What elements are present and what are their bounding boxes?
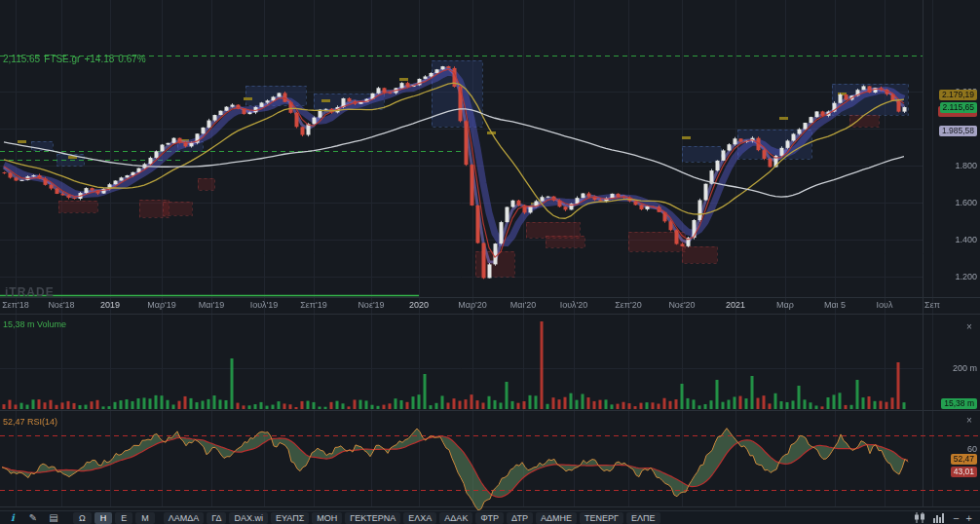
platform-watermark: iTRADE <box>5 285 55 299</box>
time-tick-label: Ιουλ'19 <box>250 300 279 310</box>
timeframe-group: ΩΗΕΜ <box>73 512 155 524</box>
price-badge: 2.115,65 <box>940 102 977 113</box>
symbol-shortcut-group: ΛΑΜΔΑΓΔDAX.wiΕΥΑΠΣΜΟΗΓΕΚΤΕΡΝΑΕΛΧΑΑΔΑΚΦΤΡ… <box>164 512 660 524</box>
toolbar-right-group: − + <box>914 512 976 524</box>
time-tick-label: Ιουλ'20 <box>560 300 588 310</box>
time-tick-label: Μαι'19 <box>199 300 224 310</box>
watchlist-icon[interactable]: ▤ <box>45 512 62 524</box>
symbol-button-ΕΥΑΠΣ[interactable]: ΕΥΑΠΣ <box>271 512 309 524</box>
symbol-button-ΤΕΝΕΡΓ[interactable]: ΤΕΝΕΡΓ <box>580 512 623 524</box>
legend-change: +14.18 <box>84 54 114 64</box>
time-tick-label: Ιουλ <box>877 300 893 310</box>
bottom-toolbar: i ✎ ▤ ΩΗΕΜ ΛΑΜΔΑΓΔDAX.wiΕΥΑΠΣΜΟΗΓΕΚΤΕΡΝΑ… <box>0 510 980 524</box>
rsi-badge: 52,47 <box>951 454 977 465</box>
time-tick-label: Σεπ'20 <box>615 300 642 310</box>
volume-close-icon[interactable]: × <box>964 322 974 332</box>
timeframe-button-Ω[interactable]: Ω <box>73 512 92 524</box>
time-tick-label: Σεπ <box>924 300 940 310</box>
draw-icon[interactable]: ✎ <box>24 512 42 524</box>
symbol-button-ΛΑΜΔΑ[interactable]: ΛΑΜΔΑ <box>164 512 205 524</box>
info-icon[interactable]: i <box>4 512 21 524</box>
time-tick-label: Σεπ'18 <box>2 300 29 310</box>
symbol-button-ΕΛΧΑ[interactable]: ΕΛΧΑ <box>403 512 436 524</box>
volume-tick-label: 200 m <box>953 363 977 374</box>
price-tick-label: 1.600 <box>955 198 977 208</box>
legend-price: 2,115.65 <box>3 54 40 64</box>
trading-app: 2,115.65FTSE.gr+14.180.67% iTRADE 15,38 … <box>0 0 980 524</box>
zoom-in-button[interactable]: + <box>966 512 972 524</box>
zoom-out-button[interactable]: − <box>953 512 959 524</box>
rsi-tick-label: 60 <box>967 444 977 455</box>
legend-change-pct: 0.67% <box>118 54 145 64</box>
symbol-button-ΑΔΜΗΕ[interactable]: ΑΔΜΗΕ <box>536 512 577 524</box>
legend-symbol: FTSE.gr <box>44 54 80 64</box>
time-tick-label: Νοε'18 <box>48 300 74 310</box>
symbol-button-ΔΤΡ[interactable]: ΔΤΡ <box>507 512 533 524</box>
histogram-icon[interactable] <box>933 512 946 523</box>
time-tick-label: Μαρ <box>776 300 794 310</box>
volume-legend[interactable]: 15,38 m Volume <box>3 319 66 329</box>
time-tick-label: Μαι 5 <box>824 300 846 310</box>
rsi-badge: 43,01 <box>951 467 977 477</box>
rsi-legend[interactable]: 52,47 RSI(14) <box>3 417 57 427</box>
symbol-button-ΑΔΑΚ[interactable]: ΑΔΑΚ <box>439 512 472 524</box>
symbol-legend[interactable]: 2,115.65FTSE.gr+14.180.67% <box>3 54 150 64</box>
price-badge: 1.985,58 <box>939 126 977 136</box>
rsi-close-icon[interactable]: × <box>964 416 974 426</box>
time-tick-label: Μαρ'19 <box>147 300 176 310</box>
time-tick-label: 2020 <box>409 300 429 310</box>
time-tick-label: Μαι'20 <box>510 300 536 310</box>
time-tick-label: 2021 <box>726 300 745 310</box>
time-tick-label: 2019 <box>100 300 120 310</box>
timeframe-button-Ε[interactable]: Ε <box>115 512 132 524</box>
price-tick-label: 1.200 <box>955 272 977 282</box>
price-tick-label: 1.400 <box>955 235 977 245</box>
symbol-button-ΜΟΗ[interactable]: ΜΟΗ <box>312 512 342 524</box>
symbol-button-ΦΤΡ[interactable]: ΦΤΡ <box>475 512 504 524</box>
volume-badge: 15,38 m <box>941 398 977 409</box>
candle-chart-icon[interactable] <box>914 512 926 523</box>
timeframe-button-Η[interactable]: Η <box>94 512 113 524</box>
timeframe-button-Μ[interactable]: Μ <box>135 512 155 524</box>
chart-canvas[interactable] <box>0 0 980 510</box>
time-tick-label: Μαρ'20 <box>458 300 487 310</box>
time-tick-label: Νοε'20 <box>668 300 695 310</box>
price-tick-label: 1.800 <box>955 161 977 171</box>
time-tick-label: Σεπ'19 <box>300 300 327 310</box>
time-tick-label: Νοε'19 <box>358 300 384 310</box>
symbol-button-DAX.wi[interactable]: DAX.wi <box>229 512 268 524</box>
symbol-button-ΓΔ[interactable]: ΓΔ <box>207 512 226 524</box>
symbol-button-ΓΕΚΤΕΡΝΑ[interactable]: ΓΕΚΤΕΡΝΑ <box>345 512 400 524</box>
symbol-button-ΕΛΠΕ[interactable]: ΕΛΠΕ <box>626 512 660 524</box>
price-badge: 2.179,19 <box>939 90 977 100</box>
